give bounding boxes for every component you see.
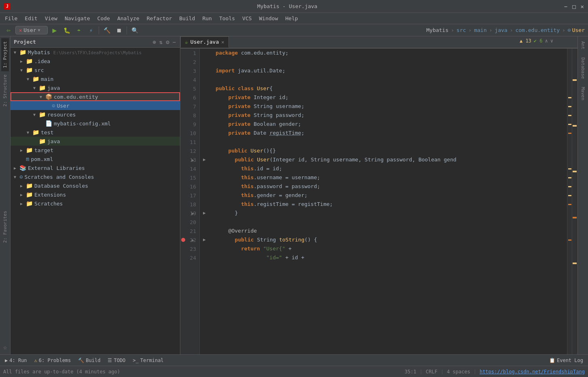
- hide-panel-button[interactable]: −: [172, 38, 177, 46]
- build-tab-icon: 🔨: [78, 358, 84, 363]
- database-vtab[interactable]: Database: [580, 54, 586, 82]
- tree-label-extensions: Extensions: [34, 192, 66, 198]
- tree-item-ext-libs[interactable]: ▶ 📚 External Libraries: [11, 163, 180, 172]
- line-12: 12: [180, 146, 199, 155]
- scroll-to-source-button[interactable]: ⇅: [159, 38, 163, 46]
- tree-label-target: target: [34, 147, 53, 153]
- favorites-star-icon[interactable]: ☆: [3, 343, 7, 353]
- todo-tab[interactable]: ☰ TODO: [104, 357, 129, 364]
- project-vtab[interactable]: 1: Project: [1, 38, 9, 71]
- scratches-icon: 📁: [26, 200, 33, 207]
- tree-item-src[interactable]: ▼ 📁 src: [11, 66, 180, 74]
- code-line-24: "id=" + id +: [203, 253, 564, 262]
- line-6: 6: [180, 93, 199, 102]
- menu-window[interactable]: Window: [256, 15, 281, 22]
- structure-vtab[interactable]: 2: Structure: [1, 71, 9, 110]
- indent-indicator[interactable]: 4 spaces: [447, 369, 470, 375]
- tree-item-scratches[interactable]: ▶ 📁 Scratches: [11, 199, 180, 208]
- rg-8: [567, 111, 572, 120]
- build-button[interactable]: 🔨: [102, 25, 112, 36]
- expand-button[interactable]: ∧: [545, 38, 548, 44]
- tree-item-java[interactable]: ▼ 📁 java: [11, 83, 180, 92]
- run-tab[interactable]: ▶ 4: Run: [2, 357, 30, 364]
- db-consoles-icon: 📁: [26, 182, 33, 189]
- tree-item-extensions[interactable]: ▶ 📁 Extensions: [11, 190, 180, 199]
- tree-item-resources[interactable]: ▼ 📁 resources: [11, 110, 180, 119]
- menu-help[interactable]: Help: [282, 15, 301, 22]
- debug-button[interactable]: 🐛: [61, 25, 72, 36]
- menu-tools[interactable]: Tools: [216, 15, 238, 22]
- nav-java[interactable]: java: [495, 27, 507, 33]
- editor-tab-user-java[interactable]: ☕ User.java ✕: [180, 36, 229, 48]
- test-java-icon: 📁: [39, 138, 46, 144]
- app-wrapper: J Mybatis - User.java − □ ✕ File Edit Vi…: [0, 0, 588, 377]
- nav-src[interactable]: src: [457, 27, 466, 33]
- add-content-button[interactable]: ⊕: [152, 38, 157, 46]
- crlf-indicator[interactable]: CRLF: [426, 369, 438, 375]
- rg-2: [567, 57, 572, 66]
- tab-close-button[interactable]: ✕: [221, 39, 224, 45]
- menu-file[interactable]: File: [2, 15, 21, 22]
- project-panel: Project ⊕ ⇅ ⚙ − ▼ 📁 Mybatis E:\Users\TFX…: [11, 36, 180, 354]
- tree-item-pom[interactable]: ▶ m pom.xml: [11, 155, 180, 163]
- tree-item-scratches-root[interactable]: ▼ ⊙ Scratches and Consoles: [11, 172, 180, 181]
- favorites-vtab[interactable]: 2: Favorites: [1, 208, 9, 246]
- csdn-url[interactable]: https://blog.csdn.net/FriendshipTang: [480, 369, 585, 375]
- line-23: 23: [180, 244, 199, 253]
- build-tab[interactable]: 🔨 Build: [75, 357, 104, 364]
- event-log-tab[interactable]: 📋 Event Log: [546, 357, 586, 364]
- ant-vtab[interactable]: Ant: [580, 38, 586, 53]
- line-22: 22 ▶: [180, 235, 199, 244]
- tree-item-test[interactable]: ▼ 📁 test: [11, 128, 180, 137]
- menu-vcs[interactable]: VCS: [239, 15, 255, 22]
- rg-9: [567, 120, 572, 129]
- menu-navigate[interactable]: Navigate: [61, 15, 93, 22]
- problems-tab[interactable]: ⚠ 6: Problems: [31, 357, 74, 364]
- run-button[interactable]: ▶: [49, 25, 60, 36]
- nav-package[interactable]: com.edu.entity: [515, 27, 560, 33]
- menu-view[interactable]: View: [42, 15, 61, 22]
- settings-button[interactable]: ⚙: [165, 38, 170, 46]
- collapse-button[interactable]: ∨: [550, 38, 553, 44]
- code-line-22: ▶ public String toString() {: [203, 235, 564, 244]
- maven-vtab[interactable]: Maven: [580, 84, 586, 104]
- tree-item-test-java[interactable]: ▶ 📁 java: [11, 137, 180, 146]
- stop-button[interactable]: ⏹: [114, 25, 124, 36]
- tree-item-com-edu-entity[interactable]: ▼ 📦 com.edu.entity: [11, 92, 180, 101]
- code-editor[interactable]: package com.edu.entity; import java.util…: [200, 49, 567, 354]
- tree-item-idea[interactable]: ▶ 📁 .idea: [11, 57, 180, 66]
- nav-mybatis[interactable]: Mybatis: [426, 27, 448, 33]
- terminal-tab[interactable]: >_ Terminal: [129, 357, 167, 364]
- menu-run[interactable]: Run: [199, 15, 215, 22]
- back-button[interactable]: ⇦: [3, 25, 14, 36]
- rg-10: [567, 129, 572, 138]
- minimize-button[interactable]: −: [564, 3, 567, 10]
- tree-item-user-class[interactable]: ▶ ⊙ User: [11, 101, 180, 110]
- menu-refactor[interactable]: Refactor: [144, 15, 176, 22]
- menu-code[interactable]: Code: [94, 15, 113, 22]
- tree-item-db-consoles[interactable]: ▶ 📁 Database Consoles: [11, 181, 180, 190]
- maximize-button[interactable]: □: [572, 3, 575, 10]
- menu-edit[interactable]: Edit: [21, 15, 40, 22]
- tree-item-target[interactable]: ▶ 📁 target: [11, 146, 180, 155]
- run-config-dropdown[interactable]: ✕ User ▼: [15, 26, 48, 34]
- tree-item-main[interactable]: ▼ 📁 main: [11, 74, 180, 83]
- code-line-23: return "User{" +: [203, 244, 564, 253]
- code-line-3: import java.util.Date;: [203, 66, 564, 75]
- menu-build[interactable]: Build: [176, 15, 198, 22]
- close-button[interactable]: ✕: [581, 3, 584, 10]
- cursor-position: 35:1: [405, 369, 417, 375]
- search-everywhere-button[interactable]: 🔍: [129, 25, 140, 36]
- profile-button[interactable]: ⚡: [86, 25, 96, 36]
- rg-5: [567, 84, 572, 93]
- tree-item-mybatis[interactable]: ▼ 📁 Mybatis E:\Users\TFX\IdeaProjects\My…: [11, 48, 180, 57]
- title-bar-controls: − □ ✕: [564, 3, 584, 10]
- code-line-11: [203, 138, 564, 146]
- menu-analyze[interactable]: Analyze: [114, 15, 143, 22]
- event-log-label: Event Log: [557, 358, 583, 363]
- nav-main[interactable]: main: [474, 27, 486, 33]
- nav-class[interactable]: ⊙User: [568, 27, 585, 33]
- coverage-button[interactable]: ☂: [74, 25, 84, 36]
- class-icon: ⊙: [52, 102, 55, 109]
- tree-item-mybatis-config[interactable]: ▶ 📄 mybatis-config.xml: [11, 119, 180, 128]
